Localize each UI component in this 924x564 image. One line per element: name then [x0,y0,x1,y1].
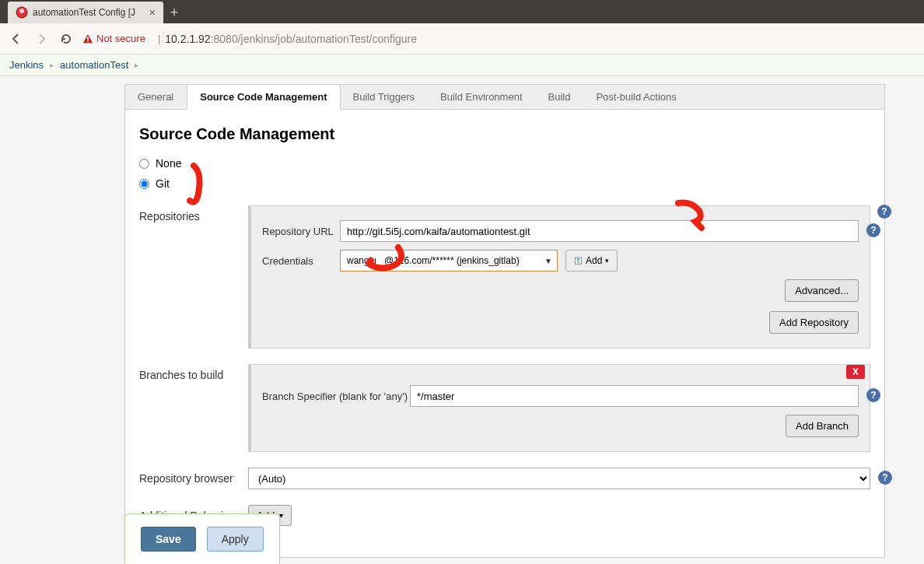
repo-browser-label: Repository browser [139,472,248,485]
config-panel: Source Code Management None Git Reposito… [124,109,885,558]
repo-url-input[interactable] [340,220,859,242]
breadcrumb-job[interactable]: automationTest [60,59,128,71]
address-bar[interactable]: 10.2.1.92:8080/jenkins/job/automationTes… [165,33,916,45]
tab-triggers[interactable]: Build Triggers [341,85,428,109]
security-indicator[interactable]: Not secure [82,33,145,44]
forward-button[interactable] [33,30,50,47]
scm-git-label: Git [156,177,170,190]
warning-icon [82,33,93,44]
svg-rect-2 [87,37,89,40]
help-icon[interactable]: ? [866,223,880,237]
branch-spec-input[interactable] [410,385,859,407]
action-bar: Save Apply [124,513,280,564]
config-tabs: General Source Code Management Build Tri… [124,84,885,109]
branches-label: Branches to build [139,364,248,452]
branch-spec-label: Branch Specifier (blank for 'any') [262,391,410,402]
help-icon[interactable]: ? [877,205,891,219]
add-credentials-button[interactable]: ⚿ Add ▾ [565,250,618,271]
back-button[interactable] [8,30,25,47]
advanced-button[interactable]: Advanced... [785,279,859,302]
help-icon[interactable]: ? [866,388,880,402]
key-icon: ⚿ [574,256,583,265]
new-tab-button[interactable]: + [163,2,185,23]
svg-rect-3 [87,40,89,41]
add-repository-button[interactable]: Add Repository [769,311,859,334]
chevron-right-icon: ▸ [50,61,54,69]
url-host: 10.2.1.92 [165,33,210,45]
repo-browser-select[interactable]: (Auto) [248,468,870,489]
help-icon[interactable]: ? [878,471,892,485]
chevron-right-icon: ▸ [135,61,138,69]
chevron-down-icon: ▼ [544,257,552,265]
tab-build[interactable]: Build [536,85,584,109]
add-cred-label: Add [586,255,602,266]
scm-none-radio[interactable] [139,159,149,169]
repo-url-label: Repository URL [262,226,340,237]
browser-tab-strip: automationTest Config [J × + [0,0,924,23]
page-title: Source Code Management [139,125,870,143]
save-button[interactable]: Save [141,527,196,552]
breadcrumb: Jenkins ▸ automationTest ▸ [0,54,924,76]
not-secure-label: Not secure [96,33,145,44]
url-path: /jenkins/job/automationTest/configure [238,33,417,45]
svg-point-1 [19,9,24,13]
repositories-label: Repositories [139,205,248,349]
add-branch-button[interactable]: Add Branch [786,415,859,437]
jenkins-favicon [16,6,28,19]
credentials-value: wangju @126.com/****** (jenkins_gitlab) [347,255,520,266]
apply-button[interactable]: Apply [207,527,264,552]
close-icon[interactable]: × [149,6,156,19]
browser-tab[interactable]: automationTest Config [J × [8,2,163,23]
url-port: :8080 [211,33,238,45]
credentials-label: Credentials [262,255,340,267]
breadcrumb-root[interactable]: Jenkins [9,59,44,71]
tab-scm[interactable]: Source Code Management [187,84,340,110]
chevron-down-icon: ▾ [605,257,609,264]
delete-branch-button[interactable]: X [846,365,865,379]
browser-toolbar: Not secure | 10.2.1.92:8080/jenkins/job/… [0,23,924,54]
tab-general[interactable]: General [125,85,187,109]
reload-button[interactable] [58,30,75,47]
scm-git-radio[interactable] [139,179,149,189]
chevron-down-icon: ▾ [279,511,283,520]
scm-none-label: None [156,157,181,170]
tab-title: automationTest Config [J [33,7,135,18]
tab-environment[interactable]: Build Environment [428,85,536,109]
tab-post-build[interactable]: Post-build Actions [583,85,689,109]
credentials-select[interactable]: wangju @126.com/****** (jenkins_gitlab) … [340,250,558,271]
